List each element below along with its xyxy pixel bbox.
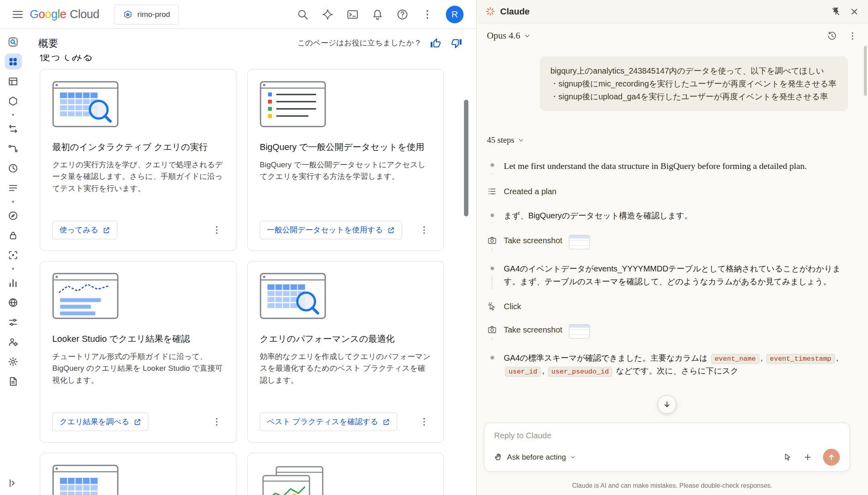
more-vert-icon — [419, 417, 429, 427]
left-rail — [0, 29, 26, 495]
frame-icon[interactable] — [5, 247, 22, 263]
search-icon — [297, 8, 309, 21]
claude-toolbar: Opus 4.6 — [476, 23, 868, 48]
step-gutter — [487, 301, 497, 311]
disclaimer-text: Claude is AI and can make mistakes. Plea… — [476, 482, 868, 489]
card-more-menu-button[interactable] — [209, 223, 224, 237]
reply-input[interactable]: Reply to Claude — [494, 431, 840, 440]
take-control-button[interactable] — [783, 452, 792, 462]
card-footer: 使ってみる — [52, 221, 224, 239]
console-scrollbar-thumb[interactable] — [464, 100, 468, 216]
model-selector[interactable]: Opus 4.6 — [487, 31, 531, 41]
notifications-button[interactable] — [369, 6, 386, 23]
grid-icon[interactable] — [5, 53, 22, 70]
expand-panel-icon[interactable] — [5, 475, 22, 491]
flow-icon[interactable] — [5, 140, 22, 156]
external-link-icon — [133, 418, 141, 426]
thumb-up-icon — [430, 38, 441, 49]
card-action-button[interactable]: 使ってみる — [52, 221, 117, 239]
google-cloud-console: Google Cloud rimo-prod R 概要 このページはお役に立ちま… — [0, 0, 476, 495]
step-gutter — [487, 351, 497, 377]
project-selector[interactable]: rimo-prod — [115, 4, 179, 25]
conversation-options-button[interactable] — [847, 31, 858, 41]
more-options-button[interactable] — [419, 6, 435, 23]
step-row: まず、BigQueryのデータセット構造を確認します。 — [487, 209, 854, 235]
scroll-to-bottom-button[interactable] — [658, 395, 676, 414]
cards-grid: 最初のインタラクティブ クエリの実行クエリの実行方法を学び、クエリで処理されるデ… — [40, 69, 476, 495]
bar-chart-icon[interactable] — [5, 275, 22, 291]
steps-toggle[interactable]: 45 steps — [487, 135, 524, 145]
screenshot-thumbnail[interactable] — [569, 324, 590, 339]
thumb-up-button[interactable] — [428, 36, 443, 50]
step-body: Created a plan — [504, 186, 854, 196]
attach-button[interactable] — [803, 452, 813, 462]
layers-icon[interactable] — [5, 180, 22, 196]
rail-dot-separator — [12, 201, 14, 203]
chevron-down-icon — [518, 137, 524, 144]
panel-scrollbar-thumb[interactable] — [864, 46, 867, 96]
step-body: GA4のイベントデータがevents_YYYYMMDDテーブルとして格納されてい… — [504, 262, 854, 288]
menu-button[interactable] — [10, 6, 26, 23]
chevron-down-icon — [570, 454, 576, 460]
step-text: GA4の標準スキーマが確認できました。主要なカラムは event_name, e… — [504, 351, 841, 377]
avatar-initial: R — [451, 9, 458, 20]
compass-icon[interactable] — [5, 207, 22, 224]
user-gear-icon[interactable] — [5, 334, 22, 350]
permission-mode-selector[interactable]: Ask before acting — [494, 453, 576, 462]
history-button[interactable] — [827, 31, 837, 41]
clock-icon[interactable] — [5, 160, 22, 176]
chevron-down-icon — [524, 33, 531, 39]
reply-box: Reply to Claude Ask before acting — [484, 423, 850, 472]
card-button-label: 使ってみる — [60, 225, 98, 235]
thumb-down-button[interactable] — [449, 36, 464, 50]
help-button[interactable] — [394, 6, 410, 23]
tutorial-card-partial — [247, 453, 444, 495]
cloud-shell-button[interactable] — [345, 6, 361, 23]
tutorial-card: BigQuery で一般公開データセットを使用BigQuery で一般公開データ… — [247, 69, 444, 251]
step-row: Take screenshot — [487, 324, 854, 351]
google-logo-text: Google — [30, 8, 66, 21]
card-illustration — [260, 273, 326, 319]
unpin-button[interactable] — [831, 7, 841, 16]
card-action-button[interactable]: ベスト プラクティスを確認する — [260, 413, 397, 431]
step-row: GA4の標準スキーマが確認できました。主要なカラムは event_name, e… — [487, 351, 854, 390]
globe-icon[interactable] — [5, 294, 22, 310]
tutorial-card-partial — [40, 453, 236, 495]
cursor-icon — [783, 452, 792, 462]
card-button-label: 一般公開データセットを使用する — [267, 225, 383, 235]
card-more-menu-button[interactable] — [417, 415, 431, 429]
lock-icon[interactable] — [5, 227, 22, 243]
gear-icon[interactable] — [5, 353, 22, 370]
card-more-menu-button[interactable] — [417, 223, 431, 237]
search-button[interactable] — [295, 6, 311, 23]
document-icon[interactable] — [5, 373, 22, 389]
send-button[interactable] — [823, 449, 840, 466]
step-bullet-icon — [490, 267, 494, 270]
close-panel-button[interactable] — [850, 7, 859, 16]
card-more-menu-button[interactable] — [209, 415, 224, 429]
hexagon-icon[interactable] — [5, 93, 22, 109]
gemini-button[interactable] — [320, 6, 336, 23]
swap-arrows-icon[interactable] — [5, 121, 22, 137]
close-icon — [850, 7, 859, 16]
user-avatar[interactable]: R — [446, 6, 464, 23]
step-action-label: Take screenshot — [504, 236, 562, 245]
card-action-button[interactable]: クエリ結果を調べる — [52, 413, 148, 431]
reply-controls: Ask before acting — [494, 449, 840, 466]
camera-icon — [487, 325, 497, 335]
step-gutter — [487, 235, 497, 249]
sliders-icon[interactable] — [5, 314, 22, 330]
card-action-button[interactable]: 一般公開データセットを使用する — [260, 221, 402, 239]
project-icon — [123, 10, 133, 19]
screenshot-thumbnail[interactable] — [569, 235, 590, 249]
feedback-question: このページはお役に立ちましたか？ — [298, 38, 422, 48]
card-title: 最初のインタラクティブ クエリの実行 — [52, 141, 224, 153]
more-vert-icon — [211, 417, 222, 427]
table-icon[interactable] — [5, 73, 22, 89]
claude-panel-header: Claude — [476, 0, 868, 23]
step-row: GA4のイベントデータがevents_YYYYMMDDテーブルとして格納されてい… — [487, 262, 854, 301]
code-chip: user_pseudo_id — [548, 367, 613, 377]
step-body: Click — [504, 301, 854, 311]
magnifier-square-icon[interactable] — [5, 34, 22, 50]
bell-icon — [371, 8, 384, 21]
